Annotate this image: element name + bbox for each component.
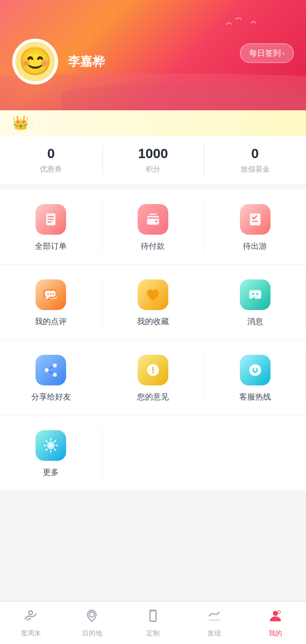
svg-point-27 [29,611,32,615]
wallet-icon [145,211,161,227]
service-label: 客服热线 [239,392,271,403]
svg-point-31 [273,611,278,616]
menu-item-pending-pay[interactable]: 待付款 [102,189,204,264]
avatar[interactable] [12,39,58,85]
bottom-space [0,495,306,544]
orders-icon [43,211,59,227]
svg-point-11 [53,294,54,295]
stats-row: 0 优惠券 1000 积分 0 放假基金 [0,136,306,189]
menu-item-service[interactable]: 客服热线 [204,340,306,415]
username-label: 李嘉桦 [68,53,105,70]
svg-line-18 [49,366,54,369]
favorite-icon-wrap [138,279,168,310]
svg-point-5 [155,221,157,222]
tab-custom[interactable]: 定制 [122,603,184,643]
menu-grid-row1: 全部订单 待付款 待出游 [0,189,306,490]
favorite-label: 我的收藏 [137,316,169,327]
stat-fund[interactable]: 0 放假基金 [204,136,306,184]
crown-dots: ·· [30,120,34,127]
pending-tour-label: 待出游 [243,241,267,252]
review-icon-wrap [35,279,66,310]
share-icon [43,362,59,378]
menu-item-share[interactable]: 分享给好友 [0,340,102,415]
svg-point-10 [50,294,51,295]
tab-mine[interactable]: 我的 [245,603,306,643]
menu-item-pending-tour[interactable]: 待出游 [204,189,306,264]
tab-bar: 度周末 目的地 定制 发现 [0,601,306,644]
comment-icon [43,287,59,303]
feedback-icon: ! [145,362,161,378]
pending-pay-icon-wrap [138,204,168,235]
svg-point-16 [45,368,50,373]
tab-destination-icon [84,608,100,627]
feedback-label: 您的意见 [137,392,169,403]
tab-discover-icon [206,608,222,627]
svg-point-23 [253,368,254,369]
menu-item-orders[interactable]: 全部订单 [0,189,102,264]
svg-rect-12 [249,290,261,298]
svg-point-9 [48,294,49,295]
checkin-arrow: › [282,50,285,57]
profile-header: 李嘉桦 每日签到 › [0,0,306,110]
service-icon [247,362,263,378]
review-label: 我的点评 [35,316,67,327]
pending-tour-icon-wrap [240,204,271,235]
points-label: 积分 [146,164,160,175]
tab-custom-label: 定制 [146,629,160,638]
svg-point-25 [49,444,53,448]
svg-point-15 [53,363,58,368]
more-label: 更多 [43,467,59,478]
service-icon-wrap [240,355,271,385]
menu-item-feedback[interactable]: ! 您的意见 [102,340,204,415]
svg-text:!: ! [152,365,155,375]
message-icon-wrap [240,279,271,310]
crown-banner: 👑 ·· [0,110,306,136]
tab-weekend[interactable]: 度周末 [0,603,61,643]
menu-item-review[interactable]: 我的点评 [0,265,102,339]
feedback-icon-wrap: ! [138,355,168,385]
heart-icon [145,287,161,303]
svg-point-24 [256,368,257,369]
tab-discover[interactable]: 发现 [184,603,245,643]
tab-discover-label: 发现 [207,629,221,638]
svg-rect-29 [150,610,156,621]
pending-pay-label: 待付款 [141,241,165,252]
menu-section-orders: 全部订单 待付款 待出游 [0,189,306,490]
share-label: 分享给好友 [31,392,71,403]
orders-label: 全部订单 [35,241,67,252]
stat-coupon[interactable]: 0 优惠券 [0,136,102,184]
tab-weekend-label: 度周末 [21,629,41,638]
fund-label: 放假基金 [241,164,270,175]
svg-rect-4 [147,216,159,225]
message-icon [247,287,263,303]
gear-icon [43,438,59,453]
birds-decoration [220,12,269,40]
svg-rect-6 [250,213,260,225]
tab-destination[interactable]: 目的地 [61,603,122,643]
svg-point-22 [249,364,261,376]
svg-rect-30 [209,619,220,621]
menu-item-message[interactable]: 消息 [204,265,306,339]
coupon-value: 0 [47,146,54,162]
tab-destination-label: 目的地 [82,629,102,638]
svg-line-19 [49,371,54,374]
crown-icon: 👑 [12,115,29,131]
tab-mine-label: 我的 [269,629,282,638]
tab-custom-icon [145,608,161,627]
svg-point-13 [252,294,254,295]
svg-point-28 [89,612,94,617]
checklist-icon [247,211,263,227]
checkin-button[interactable]: 每日签到 › [240,44,294,63]
svg-point-33 [278,612,280,613]
message-label: 消息 [247,316,263,327]
stat-points[interactable]: 1000 积分 [102,136,204,184]
menu-item-more[interactable]: 更多 [0,415,102,490]
menu-item-favorite[interactable]: 我的收藏 [102,265,204,339]
coupon-label: 优惠券 [40,164,62,175]
points-value: 1000 [138,146,168,162]
svg-point-17 [53,373,58,377]
fund-value: 0 [252,146,259,162]
orders-icon-wrap [35,204,66,235]
more-icon-wrap [35,430,66,461]
tab-mine-icon [267,608,283,627]
